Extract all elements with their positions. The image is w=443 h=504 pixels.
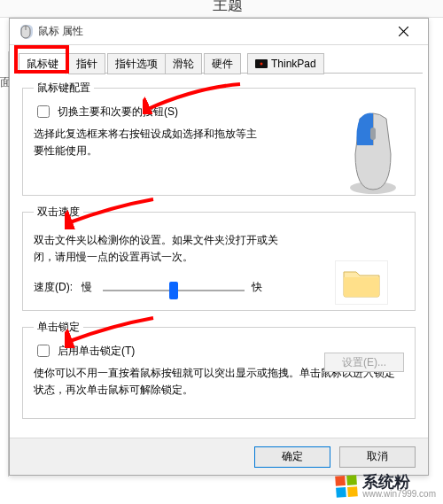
tab-buttons[interactable]: 鼠标键 <box>19 53 66 74</box>
mouse-illustration <box>342 110 404 198</box>
background-title-bar: 主题 <box>0 0 443 18</box>
section-click-lock-legend: 单击锁定 <box>34 320 83 335</box>
swap-buttons-label: 切换主要和次要的按钮(S) <box>58 105 178 120</box>
tab-pointers[interactable]: 指针 <box>68 53 105 74</box>
section-button-config-legend: 鼠标键配置 <box>34 81 94 96</box>
click-lock-label: 启用单击锁定(T) <box>58 344 135 359</box>
speed-slow-label: 慢 <box>82 280 92 295</box>
tab-pointer-options[interactable]: 指针选项 <box>107 53 166 74</box>
folder-icon <box>342 267 381 299</box>
mouse-properties-dialog: 鼠标 属性 鼠标键 指针 指针选项 滑轮 硬件 ThinkPad 鼠 <box>9 18 429 476</box>
tab-thinkpad[interactable]: ThinkPad <box>247 53 324 74</box>
watermark-text: 系统粉 <box>362 474 410 490</box>
speed-fast-label: 快 <box>252 280 262 295</box>
ok-button[interactable]: 确定 <box>254 446 330 468</box>
mouse-icon <box>19 25 33 39</box>
section-click-lock: 单击锁定 启用单击锁定(T) 设置(E)... 使你可以不用一直按着鼠标按钮就可… <box>22 320 416 419</box>
background-title-text: 主题 <box>213 0 243 15</box>
background-left-pane: 面 <box>0 51 9 477</box>
thinkpad-icon <box>255 58 268 70</box>
section-double-click-speed: 双击速度 双击文件夹以检测你的设置。如果文件夹没打开或关闭，请用慢一点的设置再试… <box>22 205 416 311</box>
window-title: 鼠标 属性 <box>38 24 83 39</box>
tab-hardware[interactable]: 硬件 <box>204 53 241 74</box>
click-lock-settings-button[interactable]: 设置(E)... <box>324 353 404 372</box>
watermark-logo-icon <box>335 475 358 498</box>
close-icon <box>399 27 408 36</box>
titlebar[interactable]: 鼠标 属性 <box>10 19 428 45</box>
cancel-button[interactable]: 取消 <box>339 446 416 468</box>
watermark-url: www.win7999.com <box>362 490 436 499</box>
tab-wheel[interactable]: 滑轮 <box>165 53 202 74</box>
double-click-test-area[interactable] <box>335 260 388 305</box>
watermark: 系统粉 www.win7999.com <box>336 474 436 499</box>
swap-buttons-description: 选择此复选框来将右按钮设成如选择和拖放等主要性能使用。 <box>34 126 264 159</box>
background-side-label: 面 <box>0 74 8 90</box>
tab-strip: 鼠标键 指针 指针选项 滑轮 硬件 ThinkPad <box>15 50 423 74</box>
svg-point-5 <box>260 63 263 66</box>
speed-label: 速度(D): <box>34 280 73 295</box>
close-button[interactable] <box>384 19 423 44</box>
click-lock-checkbox[interactable] <box>37 345 50 357</box>
double-click-speed-slider[interactable] <box>103 290 245 291</box>
section-double-click-legend: 双击速度 <box>34 205 83 220</box>
double-click-description: 双击文件夹以检测你的设置。如果文件夹没打开或关闭，请用慢一点的设置再试一次。 <box>34 232 291 266</box>
svg-rect-8 <box>370 128 376 140</box>
swap-buttons-checkbox[interactable] <box>37 105 50 118</box>
section-button-config: 鼠标键配置 切换主要和次要的按钮(S) 选择此复选框来将右按钮设成如选择和拖放等… <box>22 81 416 196</box>
dialog-button-row: 确定 取消 <box>10 438 428 475</box>
